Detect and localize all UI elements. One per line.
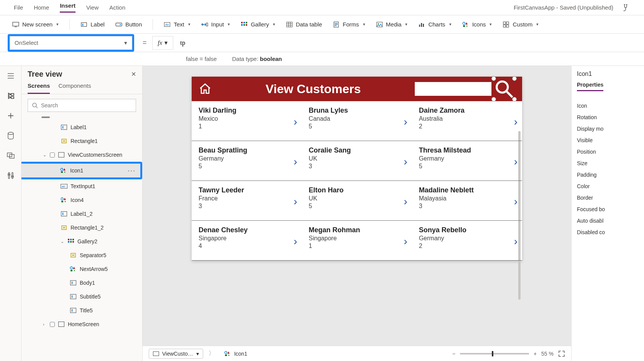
gallery-item[interactable]: Bruna LylesCanada5› [302, 101, 412, 141]
gallery-item[interactable]: Coralie SangUK3› [302, 141, 412, 181]
tree-item-body1[interactable]: Body1 [21, 276, 142, 290]
menu-file[interactable]: File [14, 4, 23, 11]
app-checker-icon[interactable] [621, 3, 630, 12]
prop-auto-disabl[interactable]: Auto disabl [577, 218, 639, 224]
media-rail-icon[interactable] [6, 151, 15, 160]
data-table-button[interactable]: Data table [286, 21, 322, 28]
hamburger-icon[interactable] [6, 71, 15, 80]
custom-button[interactable]: Custom▾ [503, 21, 539, 28]
zoom-out-button[interactable]: − [452, 351, 455, 357]
canvas-area[interactable]: View Customers Viki DarlingMexico1›Bruna… [143, 66, 571, 346]
gallery-item[interactable]: Beau SpratlingGermany5› [192, 141, 302, 181]
prop-icon[interactable]: Icon [577, 103, 639, 109]
tree-view-icon[interactable] [6, 91, 15, 100]
zoom-slider[interactable] [460, 353, 529, 354]
property-dropdown[interactable]: OnSelect ▾ [10, 36, 132, 50]
gallery-item[interactable]: Denae ChesleySingapore4› [192, 221, 302, 261]
chevron-right-icon[interactable]: › [294, 195, 297, 208]
tree-item-gallery2[interactable]: ⌄Gallery2 [21, 235, 142, 248]
home-icon[interactable] [199, 82, 212, 95]
new-screen-button[interactable]: New screen▾ [12, 21, 59, 28]
chevron-right-icon[interactable]: › [294, 235, 297, 248]
customer-gallery[interactable]: Viki DarlingMexico1›Bruna LylesCanada5›D… [192, 101, 522, 261]
tree-item-title5[interactable]: Title5 [21, 304, 142, 317]
chevron-right-icon[interactable]: › [404, 156, 407, 168]
fx-button[interactable]: fx ▾ [152, 36, 174, 50]
prop-display-mo[interactable]: Display mo [577, 126, 639, 132]
chevron-right-icon[interactable]: › [294, 156, 297, 168]
prop-size[interactable]: Size [577, 160, 639, 166]
zoom-in-button[interactable]: + [534, 351, 537, 357]
tree-item-textinput1[interactable]: abTextInput1 [21, 179, 142, 193]
gallery-button[interactable]: Gallery▾ [241, 21, 275, 28]
chevron-right-icon[interactable]: › [404, 235, 407, 248]
gallery-item[interactable]: Megan RohmanSingapore1› [302, 221, 412, 261]
button-button[interactable]: Button [115, 21, 142, 28]
gallery-item[interactable]: Madaline NeblettMalayasia3› [412, 181, 522, 221]
tree-search-input[interactable] [41, 102, 132, 108]
tab-screens[interactable]: Screens [28, 82, 50, 94]
prop-position[interactable]: Position [577, 149, 639, 155]
prop-visible[interactable]: Visible [577, 137, 639, 143]
selection-handle[interactable] [512, 76, 517, 81]
gallery-item[interactable]: Elton HaroUK5› [302, 181, 412, 221]
tree-item-label1_2[interactable]: Label1_2 [21, 207, 142, 221]
search-icon-selected[interactable] [493, 78, 515, 100]
tab-components[interactable]: Components [58, 82, 91, 94]
insert-icon[interactable] [6, 111, 15, 120]
gallery-item[interactable]: Tawny LeederFrance3› [192, 181, 302, 221]
icons-button[interactable]: Icons▾ [462, 21, 492, 28]
menu-home[interactable]: Home [34, 4, 49, 11]
tree-item-icon1[interactable]: Icon1··· [21, 164, 140, 177]
tree-item-subtitle5[interactable]: Subtitle5 [21, 290, 142, 304]
screen-checkbox[interactable] [50, 322, 55, 327]
tree-item-viewcustomersscreen[interactable]: ⌄ViewCustomersScreen [21, 148, 142, 162]
header-search-input[interactable] [415, 82, 491, 96]
close-icon[interactable]: ✕ [131, 71, 136, 78]
tree-item-homescreen[interactable]: ›HomeScreen [21, 317, 142, 331]
fit-screen-icon[interactable] [558, 350, 565, 357]
forms-button[interactable]: Forms▾ [333, 21, 365, 28]
gallery-item[interactable]: Thresa MilsteadGermany5› [412, 141, 522, 181]
chevron-right-icon[interactable]: › [404, 116, 407, 128]
gallery-item[interactable]: Viki DarlingMexico1› [192, 101, 302, 141]
collapse-all-icon[interactable] [41, 117, 50, 118]
chevron-right-icon[interactable]: › [514, 195, 518, 208]
chevron-right-icon[interactable]: › [514, 235, 518, 248]
tree-item-separator5[interactable]: Separator5 [21, 248, 142, 262]
formula-input[interactable] [173, 36, 644, 50]
prop-padding[interactable]: Padding [577, 172, 639, 178]
menu-insert[interactable]: Insert [60, 2, 76, 13]
charts-button[interactable]: Charts▾ [418, 21, 451, 28]
breadcrumb-control[interactable]: Icon1 [220, 349, 251, 359]
tree-item-icon4[interactable]: Icon4 [21, 193, 142, 207]
tree-item-rectangle1[interactable]: Rectangle1 [21, 134, 142, 148]
chevron-right-icon[interactable]: › [404, 195, 407, 208]
more-icon[interactable]: ··· [128, 167, 136, 175]
data-icon[interactable] [6, 131, 15, 140]
media-button[interactable]: Media▾ [376, 21, 408, 28]
tools-icon[interactable] [6, 171, 15, 180]
text-button[interactable]: Ab Text▾ [164, 21, 191, 28]
prop-rotation[interactable]: Rotation [577, 114, 639, 120]
menu-view[interactable]: View [86, 4, 99, 11]
tree-item-nextarrow5[interactable]: NextArrow5 [21, 262, 142, 276]
tree-item-label1[interactable]: Label1 [21, 120, 142, 134]
tree-search[interactable] [28, 99, 136, 112]
chevron-right-icon[interactable]: › [514, 156, 518, 168]
chevron-right-icon[interactable]: › [514, 116, 518, 128]
label-button[interactable]: Label [80, 21, 105, 28]
prop-focused-bo[interactable]: Focused bo [577, 206, 639, 212]
gallery-item[interactable]: Daine ZamoraAustralia2› [412, 101, 522, 141]
breadcrumb-screen[interactable]: ViewCusto… ▾ [149, 349, 203, 359]
properties-tab[interactable]: Properties [577, 82, 603, 91]
screen-checkbox[interactable] [50, 153, 55, 158]
selection-handle[interactable] [491, 76, 496, 81]
tree-item-rectangle1_2[interactable]: Rectangle1_2 [21, 221, 142, 235]
prop-color[interactable]: Color [577, 183, 639, 189]
input-button[interactable]: Input▾ [201, 21, 230, 28]
gallery-item[interactable]: Sonya RebelloGermany2› [412, 221, 522, 261]
prop-disabled-co[interactable]: Disabled co [577, 229, 639, 235]
prop-border[interactable]: Border [577, 195, 639, 201]
chevron-right-icon[interactable]: › [294, 116, 297, 128]
